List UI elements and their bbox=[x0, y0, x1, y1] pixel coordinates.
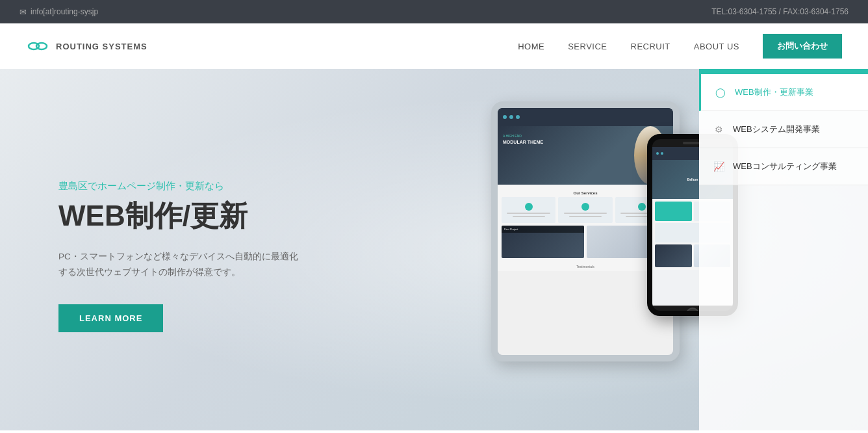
tablet-hero-text: A HIGH END MODULAR THEME bbox=[503, 133, 543, 146]
hero-subtitle: 豊島区でホームページ制作・更新なら bbox=[58, 180, 298, 192]
side-panel-label-web: WEB制作・更新事業 bbox=[735, 86, 813, 98]
side-panel-item-web[interactable]: ◯ WEB制作・更新事業 bbox=[699, 74, 868, 111]
svg-point-1 bbox=[36, 43, 47, 49]
logo[interactable]: ROUTING SYSTEMS bbox=[26, 34, 147, 58]
hero-desc-line1: PC・スマートフォンなど様々なデバイスへ自動的に最適化 bbox=[58, 252, 298, 261]
tablet-dot bbox=[509, 115, 513, 119]
contact-button[interactable]: お問い合わせ bbox=[763, 34, 842, 59]
tablet-card-line bbox=[564, 213, 607, 214]
tablet-card-line bbox=[507, 213, 550, 214]
gear-icon: ⚙ bbox=[712, 123, 725, 136]
tablet-card-icon bbox=[525, 203, 533, 211]
learn-more-button[interactable]: LEARN MORE bbox=[58, 304, 163, 332]
side-panel-label-system: WEBシステム開発事業 bbox=[733, 124, 820, 135]
hero-description: PC・スマートフォンなど様々なデバイスへ自動的に最適化 する次世代ウェブサイトの… bbox=[58, 249, 298, 281]
topbar: info[at]routing-sysjp TEL:03-6304-1755 /… bbox=[0, 0, 868, 23]
tablet-hero-title: MODULAR THEME bbox=[503, 140, 543, 144]
header: ROUTING SYSTEMS HOME SERVICE RECRUIT ABO… bbox=[0, 23, 868, 69]
tablet-card bbox=[502, 197, 555, 223]
tablet-card-icon bbox=[638, 203, 646, 211]
chart-icon: 📈 bbox=[712, 160, 725, 173]
tablet-card-line bbox=[569, 216, 602, 217]
side-panel: ◯ WEB制作・更新事業 ⚙ WEBシステム開発事業 📈 WEBコンサルティング… bbox=[699, 69, 868, 430]
side-panel-accent bbox=[699, 69, 868, 74]
hero-title: WEB制作/更新 bbox=[58, 199, 298, 233]
nav-recruit[interactable]: RECRUIT bbox=[631, 42, 670, 51]
topbar-contact: TEL:03-6304-1755 / FAX:03-6304-1756 bbox=[711, 7, 849, 16]
phone-image-dark bbox=[655, 244, 692, 267]
nav-service[interactable]: SERVICE bbox=[568, 42, 607, 51]
phone-dot bbox=[661, 152, 663, 155]
tablet-section-title: Our Services bbox=[502, 189, 669, 197]
hero-content: 豊島区でホームページ制作・更新なら WEB制作/更新 PC・スマートフォンなど様… bbox=[0, 167, 298, 332]
logo-icon bbox=[26, 34, 49, 58]
topbar-email: info[at]routing-sysjp bbox=[19, 7, 98, 17]
tablet-browser-bar bbox=[498, 108, 673, 126]
tablet-image-label: First Project bbox=[502, 226, 584, 233]
phone-home-button bbox=[686, 308, 699, 316]
tablet-card-icon bbox=[581, 203, 589, 211]
tablet-cards bbox=[502, 197, 669, 223]
tablet-dot bbox=[516, 115, 520, 119]
side-panel-label-consulting: WEBコンサルティング事業 bbox=[733, 161, 837, 172]
phone-block-teal bbox=[655, 202, 692, 221]
tablet-image-dark: First Project bbox=[502, 226, 584, 258]
tablet-card bbox=[558, 197, 612, 223]
phone-dot bbox=[656, 152, 659, 155]
tablet-card-line bbox=[513, 216, 545, 217]
tablet-hero-accent: A HIGH END bbox=[503, 134, 522, 138]
globe-icon: ◯ bbox=[714, 86, 727, 99]
side-panel-item-consulting[interactable]: 📈 WEBコンサルティング事業 bbox=[699, 148, 868, 185]
side-panel-item-system[interactable]: ⚙ WEBシステム開発事業 bbox=[699, 111, 868, 148]
tablet-image-row: First Project bbox=[502, 226, 669, 258]
nav-home[interactable]: HOME bbox=[518, 42, 544, 51]
nav-about[interactable]: ABOUT US bbox=[694, 42, 739, 51]
main-nav: HOME SERVICE RECRUIT ABOUT US お問い合わせ bbox=[518, 34, 842, 59]
tablet-dot bbox=[503, 115, 507, 119]
logo-text: ROUTING SYSTEMS bbox=[56, 42, 147, 51]
hero-desc-line2: する次世代ウェブサイトの制作が得意です。 bbox=[58, 267, 240, 277]
hero-section: 豊島区でホームページ制作・更新なら WEB制作/更新 PC・スマートフォンなど様… bbox=[0, 69, 868, 430]
